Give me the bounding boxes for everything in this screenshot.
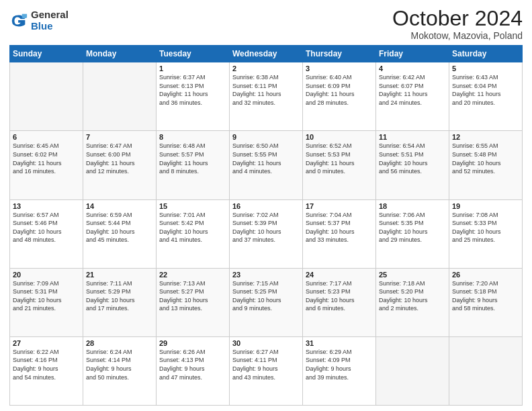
day-number: 2 xyxy=(232,64,300,73)
calendar-cell: 21Sunrise: 7:11 AMSunset: 5:29 PMDayligh… xyxy=(83,268,157,336)
day-info: Sunrise: 7:09 AMSunset: 5:31 PMDaylight:… xyxy=(13,279,80,313)
col-monday: Monday xyxy=(83,46,157,62)
day-number: 6 xyxy=(13,133,80,141)
day-number: 8 xyxy=(159,133,226,141)
day-number: 4 xyxy=(379,64,446,73)
day-info: Sunrise: 6:57 AMSunset: 5:46 PMDaylight:… xyxy=(13,211,80,244)
day-info: Sunrise: 6:27 AMSunset: 4:11 PMDaylight:… xyxy=(232,348,300,381)
day-info: Sunrise: 6:42 AMSunset: 6:07 PMDaylight:… xyxy=(379,73,446,107)
day-info: Sunrise: 6:50 AMSunset: 5:55 PMDaylight:… xyxy=(232,142,300,175)
calendar-cell xyxy=(449,336,523,405)
day-number: 22 xyxy=(159,271,226,279)
calendar-week-row: 1Sunrise: 6:37 AMSunset: 6:13 PMDaylight… xyxy=(10,62,523,131)
calendar-cell: 14Sunrise: 6:59 AMSunset: 5:44 PMDayligh… xyxy=(83,199,157,268)
calendar-week-row: 27Sunrise: 6:22 AMSunset: 4:16 PMDayligh… xyxy=(10,336,523,405)
day-info: Sunrise: 6:54 AMSunset: 5:51 PMDaylight:… xyxy=(379,142,446,175)
day-number: 21 xyxy=(86,271,153,279)
calendar-cell xyxy=(376,336,449,405)
day-number: 12 xyxy=(452,133,519,141)
logo-text: General Blue xyxy=(31,9,69,32)
calendar-cell: 25Sunrise: 7:18 AMSunset: 5:20 PMDayligh… xyxy=(376,268,449,336)
day-number: 28 xyxy=(86,339,153,347)
col-wednesday: Wednesday xyxy=(230,46,303,62)
day-info: Sunrise: 7:02 AMSunset: 5:39 PMDaylight:… xyxy=(232,211,300,244)
day-info: Sunrise: 7:08 AMSunset: 5:33 PMDaylight:… xyxy=(452,211,519,244)
calendar-week-row: 13Sunrise: 6:57 AMSunset: 5:46 PMDayligh… xyxy=(10,199,523,268)
calendar-cell: 26Sunrise: 7:20 AMSunset: 5:18 PMDayligh… xyxy=(449,268,523,336)
col-friday: Friday xyxy=(376,46,449,62)
col-sunday: Sunday xyxy=(10,46,83,62)
calendar-cell: 4Sunrise: 6:42 AMSunset: 6:07 PMDaylight… xyxy=(376,62,449,131)
calendar-cell xyxy=(83,62,157,131)
day-info: Sunrise: 6:37 AMSunset: 6:13 PMDaylight:… xyxy=(159,73,226,107)
day-number: 19 xyxy=(452,202,519,210)
day-number: 14 xyxy=(86,202,153,210)
calendar-cell: 15Sunrise: 7:01 AMSunset: 5:42 PMDayligh… xyxy=(157,199,230,268)
calendar-cell: 13Sunrise: 6:57 AMSunset: 5:46 PMDayligh… xyxy=(10,199,83,268)
day-info: Sunrise: 6:45 AMSunset: 6:02 PMDaylight:… xyxy=(13,142,80,175)
day-info: Sunrise: 6:43 AMSunset: 6:04 PMDaylight:… xyxy=(452,73,519,107)
day-info: Sunrise: 6:48 AMSunset: 5:57 PMDaylight:… xyxy=(159,142,226,175)
calendar-cell xyxy=(10,62,83,131)
day-info: Sunrise: 6:55 AMSunset: 5:48 PMDaylight:… xyxy=(452,142,519,175)
day-info: Sunrise: 6:52 AMSunset: 5:53 PMDaylight:… xyxy=(306,142,373,175)
day-info: Sunrise: 6:24 AMSunset: 4:14 PMDaylight:… xyxy=(86,348,153,381)
day-info: Sunrise: 7:11 AMSunset: 5:29 PMDaylight:… xyxy=(86,279,153,313)
calendar-cell: 31Sunrise: 6:29 AMSunset: 4:09 PMDayligh… xyxy=(303,336,376,405)
calendar-cell: 8Sunrise: 6:48 AMSunset: 5:57 PMDaylight… xyxy=(157,131,230,199)
calendar-cell: 5Sunrise: 6:43 AMSunset: 6:04 PMDaylight… xyxy=(449,62,523,131)
day-number: 20 xyxy=(13,271,80,279)
calendar-cell: 17Sunrise: 7:04 AMSunset: 5:37 PMDayligh… xyxy=(303,199,376,268)
day-number: 24 xyxy=(306,271,373,279)
calendar-cell: 29Sunrise: 6:26 AMSunset: 4:13 PMDayligh… xyxy=(157,336,230,405)
calendar-cell: 19Sunrise: 7:08 AMSunset: 5:33 PMDayligh… xyxy=(449,199,523,268)
day-number: 26 xyxy=(452,271,519,279)
day-number: 16 xyxy=(232,202,300,210)
calendar-body: 1Sunrise: 6:37 AMSunset: 6:13 PMDaylight… xyxy=(10,62,523,406)
calendar-cell: 2Sunrise: 6:38 AMSunset: 6:11 PMDaylight… xyxy=(230,62,303,131)
logo-icon xyxy=(9,11,28,30)
day-number: 25 xyxy=(379,271,446,279)
calendar-cell: 9Sunrise: 6:50 AMSunset: 5:55 PMDaylight… xyxy=(230,131,303,199)
calendar-cell: 20Sunrise: 7:09 AMSunset: 5:31 PMDayligh… xyxy=(10,268,83,336)
page: General Blue October 2024 Mokotow, Mazov… xyxy=(0,0,532,411)
calendar-cell: 30Sunrise: 6:27 AMSunset: 4:11 PMDayligh… xyxy=(230,336,303,405)
day-number: 29 xyxy=(159,339,226,347)
col-tuesday: Tuesday xyxy=(157,46,230,62)
day-info: Sunrise: 7:06 AMSunset: 5:35 PMDaylight:… xyxy=(379,211,446,244)
day-info: Sunrise: 6:26 AMSunset: 4:13 PMDaylight:… xyxy=(159,348,226,381)
day-info: Sunrise: 6:38 AMSunset: 6:11 PMDaylight:… xyxy=(232,73,300,107)
calendar-cell: 28Sunrise: 6:24 AMSunset: 4:14 PMDayligh… xyxy=(83,336,157,405)
calendar-cell: 24Sunrise: 7:17 AMSunset: 5:23 PMDayligh… xyxy=(303,268,376,336)
day-number: 3 xyxy=(306,64,373,73)
logo: General Blue xyxy=(9,9,69,32)
calendar-cell: 6Sunrise: 6:45 AMSunset: 6:02 PMDaylight… xyxy=(10,131,83,199)
day-number: 15 xyxy=(159,202,226,210)
calendar-cell: 18Sunrise: 7:06 AMSunset: 5:35 PMDayligh… xyxy=(376,199,449,268)
calendar: Sunday Monday Tuesday Wednesday Thursday… xyxy=(9,45,523,406)
logo-blue: Blue xyxy=(31,21,69,32)
calendar-cell: 1Sunrise: 6:37 AMSunset: 6:13 PMDaylight… xyxy=(157,62,230,131)
calendar-cell: 23Sunrise: 7:15 AMSunset: 5:25 PMDayligh… xyxy=(230,268,303,336)
calendar-cell: 27Sunrise: 6:22 AMSunset: 4:16 PMDayligh… xyxy=(10,336,83,405)
day-number: 27 xyxy=(13,339,80,347)
calendar-week-row: 20Sunrise: 7:09 AMSunset: 5:31 PMDayligh… xyxy=(10,268,523,336)
day-info: Sunrise: 6:59 AMSunset: 5:44 PMDaylight:… xyxy=(86,211,153,244)
col-saturday: Saturday xyxy=(449,46,523,62)
day-number: 7 xyxy=(86,133,153,141)
calendar-cell: 22Sunrise: 7:13 AMSunset: 5:27 PMDayligh… xyxy=(157,268,230,336)
day-number: 11 xyxy=(379,133,446,141)
day-number: 17 xyxy=(306,202,373,210)
day-number: 23 xyxy=(232,271,300,279)
day-number: 31 xyxy=(306,339,373,347)
day-info: Sunrise: 7:13 AMSunset: 5:27 PMDaylight:… xyxy=(159,279,226,313)
day-number: 30 xyxy=(232,339,300,347)
calendar-cell: 12Sunrise: 6:55 AMSunset: 5:48 PMDayligh… xyxy=(449,131,523,199)
calendar-cell: 16Sunrise: 7:02 AMSunset: 5:39 PMDayligh… xyxy=(230,199,303,268)
day-number: 18 xyxy=(379,202,446,210)
calendar-cell: 11Sunrise: 6:54 AMSunset: 5:51 PMDayligh… xyxy=(376,131,449,199)
logo-general: General xyxy=(31,9,69,21)
day-number: 13 xyxy=(13,202,80,210)
day-info: Sunrise: 7:17 AMSunset: 5:23 PMDaylight:… xyxy=(306,279,373,313)
day-info: Sunrise: 6:40 AMSunset: 6:09 PMDaylight:… xyxy=(306,73,373,107)
